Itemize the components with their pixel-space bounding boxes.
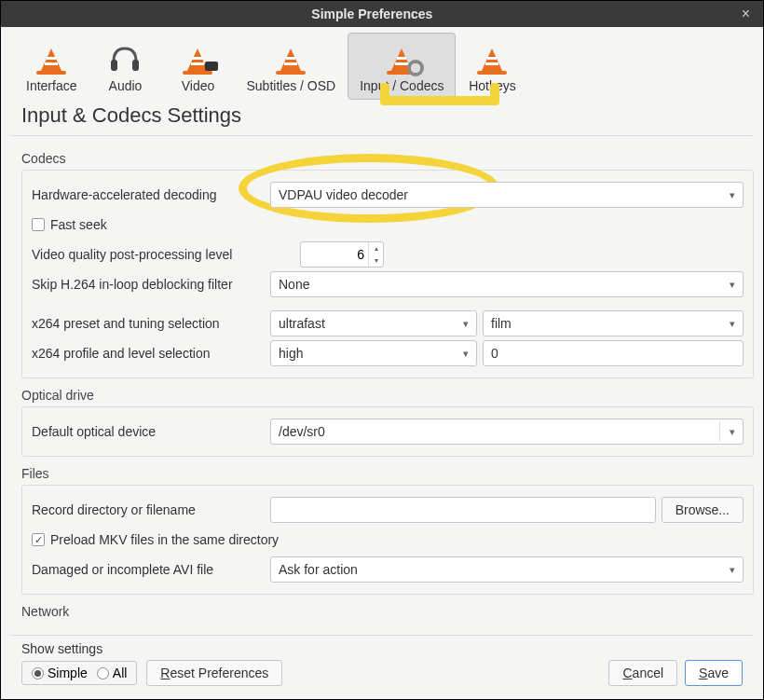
checkbox-icon (32, 218, 45, 231)
fast-seek-label: Fast seek (50, 217, 107, 232)
titlebar: Simple Preferences × (1, 1, 763, 27)
preload-mkv-checkbox[interactable]: ✓ Preload MKV files in the same director… (32, 532, 279, 547)
close-icon[interactable]: × (736, 6, 756, 22)
x264-tune-combo[interactable]: film (483, 310, 744, 336)
radio-simple[interactable]: Simple (32, 666, 88, 680)
tab-label: Input / Codecs (360, 78, 443, 93)
x264-preset-combo[interactable]: ultrafast (270, 310, 477, 336)
video-cone-icon (181, 37, 214, 76)
vq-post-spinner[interactable]: 6 ▴▾ (300, 241, 384, 268)
group-optical-title: Optical drive (21, 388, 754, 403)
tab-interface[interactable]: Interface (14, 33, 89, 100)
svg-rect-1 (132, 60, 139, 71)
footer: Show settings Simple All Reset Preferenc… (1, 636, 763, 699)
spin-down-icon[interactable]: ▾ (369, 254, 383, 267)
reset-preferences-button[interactable]: Reset Preferences (146, 660, 282, 686)
optical-device-combo[interactable]: /dev/sr0 (270, 419, 744, 445)
window-title: Simple Preferences (8, 7, 736, 21)
tab-audio[interactable]: Audio (89, 33, 161, 100)
cancel-button[interactable]: Cancel (608, 660, 677, 686)
group-files-title: Files (21, 466, 754, 481)
tab-label: Audio (109, 78, 143, 93)
browse-button[interactable]: Browse... (662, 497, 744, 523)
preferences-window: Simple Preferences × Interface Audio Vid… (1, 1, 763, 699)
group-codecs-title: Codecs (21, 151, 754, 166)
headphones-icon (107, 37, 143, 76)
category-toolbar: Interface Audio Video Subtitles / OSD In… (1, 27, 763, 100)
hotkeys-cone-icon (475, 37, 509, 76)
preload-mkv-label: Preload MKV files in the same directory (50, 532, 279, 547)
tab-video[interactable]: Video (161, 33, 234, 100)
x264-profile-combo[interactable]: high (270, 340, 477, 366)
save-button[interactable]: Save (685, 660, 743, 686)
record-dir-input[interactable] (270, 497, 656, 523)
damaged-avi-combo[interactable]: Ask for action (270, 556, 744, 583)
codecs-cone-icon (385, 37, 418, 76)
damaged-avi-label: Damaged or incomplete AVI file (32, 562, 270, 577)
x264-level-input[interactable] (483, 340, 744, 366)
record-dir-label: Record directory or filename (32, 502, 270, 517)
radio-icon (97, 667, 109, 679)
radio-icon (32, 667, 44, 679)
show-settings-label: Show settings (21, 641, 743, 656)
x264-preset-label: x264 preset and tuning selection (32, 316, 270, 331)
tab-subtitles[interactable]: Subtitles / OSD (234, 33, 348, 100)
tab-hotkeys[interactable]: Hotkeys (456, 33, 528, 100)
checkbox-icon: ✓ (32, 533, 45, 546)
page-title: Input & Codecs Settings (1, 100, 763, 135)
svg-rect-0 (111, 60, 117, 71)
hw-decode-combo[interactable]: VDPAU video decoder (270, 182, 744, 208)
group-optical: Default optical device /dev/sr0 (21, 406, 754, 457)
tab-label: Hotkeys (469, 78, 516, 93)
radio-all[interactable]: All (97, 666, 128, 680)
tab-label: Video (182, 78, 215, 93)
fast-seek-checkbox[interactable]: Fast seek (32, 217, 107, 232)
skip-h264-combo[interactable]: None (270, 271, 744, 297)
vq-post-label: Video quality post-processing level (32, 247, 300, 262)
spin-up-icon[interactable]: ▴ (369, 242, 383, 254)
tab-label: Subtitles / OSD (246, 78, 335, 93)
x264-profile-label: x264 profile and level selection (32, 346, 270, 361)
group-codecs: Hardware-accelerated decoding VDPAU vide… (21, 170, 754, 378)
settings-scroll-area[interactable]: Codecs Hardware-accelerated decoding VDP… (1, 136, 763, 635)
cone-icon (34, 37, 68, 76)
optical-device-label: Default optical device (32, 424, 270, 439)
show-settings-radio-group: Simple All (21, 661, 137, 685)
hw-decode-label: Hardware-accelerated decoding (32, 187, 270, 202)
skip-h264-label: Skip H.264 in-loop deblocking filter (32, 277, 270, 292)
tab-input-codecs[interactable]: Input / Codecs (348, 33, 456, 100)
subtitles-cone-icon (274, 37, 307, 76)
group-network-title: Network (21, 604, 754, 619)
tab-label: Interface (26, 78, 76, 93)
group-files: Record directory or filename Browse... ✓… (21, 485, 754, 595)
